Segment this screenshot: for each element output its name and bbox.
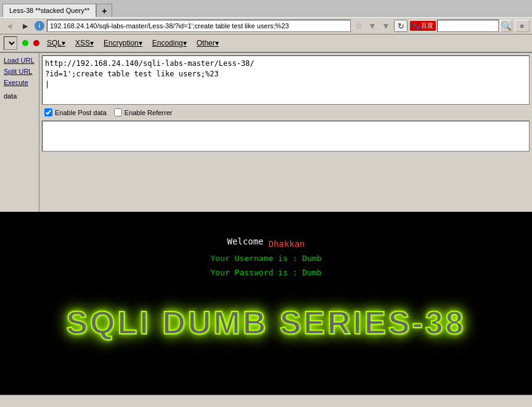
other-menu[interactable]: Other▾ xyxy=(194,38,221,49)
data-label: data xyxy=(1,91,38,101)
post-data-area xyxy=(39,121,532,212)
forward-button[interactable]: ▶ xyxy=(18,20,32,32)
enable-post-label: Enable Post data xyxy=(55,109,107,116)
encoding-menu[interactable]: Encoding▾ xyxy=(150,38,189,49)
browser-window: Less-38 **stacked Query** + ◀ ▶ i 192.16… xyxy=(0,0,532,407)
add-tab-icon: + xyxy=(102,6,107,16)
favicon: i xyxy=(35,21,44,31)
add-tab-button[interactable]: + xyxy=(96,4,112,17)
tab-label: Less-38 **stacked Query** xyxy=(9,7,89,14)
baidu-search-input[interactable] xyxy=(437,20,499,32)
user-info-block: Your Username is : Dumb Your Password is… xyxy=(210,251,321,280)
green-dot-icon xyxy=(22,40,28,46)
browser-menu-button[interactable]: ≡ xyxy=(515,20,530,32)
enable-referrer-checkbox-label[interactable]: Enable Referrer xyxy=(114,108,173,116)
status-bar xyxy=(0,395,532,407)
options-row: Enable Post data Enable Referrer xyxy=(42,107,530,118)
enable-referrer-checkbox[interactable] xyxy=(114,108,122,116)
bookmark2-icon[interactable]: ▼ xyxy=(367,20,378,31)
xss-menu[interactable]: XSS▾ xyxy=(73,38,96,49)
baidu-logo: 🐾 百度 xyxy=(410,21,436,31)
active-tab[interactable]: Less-38 **stacked Query** xyxy=(2,4,96,17)
sidebar: Load URL Split URL Execute data xyxy=(0,53,39,212)
your-password-text: Your Password is : Dumb xyxy=(210,265,321,280)
encryption-menu[interactable]: Encryption▾ xyxy=(101,38,145,49)
split-url-button[interactable]: Split URL xyxy=(1,66,38,76)
right-panel: http://192.168.24.140/sqli-labs-master/L… xyxy=(39,53,532,212)
url-input-area: http://192.168.24.140/sqli-labs-master/L… xyxy=(39,53,532,121)
address-text: 192.168.24.140/sqli-labs-master/Less-38/… xyxy=(50,22,289,30)
baidu-search-box: 🐾 百度 🔍 xyxy=(410,20,512,32)
web-content: Welcome Dhakkan Your Username is : Dumb … xyxy=(0,212,532,395)
enable-post-checkbox[interactable] xyxy=(44,108,52,116)
favicon-icon: i xyxy=(39,23,41,29)
sql-menu[interactable]: SQL▾ xyxy=(44,38,68,49)
nav-bar: ◀ ▶ i 192.168.24.140/sqli-labs-master/Le… xyxy=(0,17,532,34)
hackbar-toolbar: SQL▾ XSS▾ Encryption▾ Encoding▾ Other▾ xyxy=(0,34,532,53)
refresh-button[interactable]: ↻ xyxy=(394,20,407,32)
main-area: Load URL Split URL Execute data http://1… xyxy=(0,53,532,212)
tab-bar: Less-38 **stacked Query** + xyxy=(0,0,532,17)
bookmark-icon[interactable]: ☆ xyxy=(353,20,364,31)
baidu-label: 百度 xyxy=(421,22,433,30)
welcome-row: Welcome Dhakkan xyxy=(227,236,305,251)
post-data-textarea[interactable] xyxy=(42,121,530,151)
bookmark3-icon[interactable]: ▼ xyxy=(380,20,391,31)
username-display: Dhakkan xyxy=(269,239,305,249)
hackbar-select[interactable] xyxy=(4,36,17,50)
baidu-search-button[interactable]: 🔍 xyxy=(500,20,512,32)
enable-referrer-label: Enable Referrer xyxy=(125,109,173,116)
sqli-series-title: SQLI DUMB SERIES-38 xyxy=(66,304,465,341)
url-textarea[interactable]: http://192.168.24.140/sqli-labs-master/L… xyxy=(42,55,530,105)
welcome-label: Welcome xyxy=(227,236,263,246)
back-button[interactable]: ◀ xyxy=(2,20,16,32)
execute-button[interactable]: Execute xyxy=(1,78,38,87)
address-bar[interactable]: 192.168.24.140/sqli-labs-master/Less-38/… xyxy=(47,20,351,32)
your-username-text: Your Username is : Dumb xyxy=(210,251,321,265)
red-dot-icon xyxy=(33,40,39,46)
load-url-button[interactable]: Load URL xyxy=(1,55,38,65)
search-icon: 🔍 xyxy=(501,22,512,31)
enable-post-checkbox-label[interactable]: Enable Post data xyxy=(44,108,107,116)
baidu-paw-icon: 🐾 xyxy=(412,23,420,30)
